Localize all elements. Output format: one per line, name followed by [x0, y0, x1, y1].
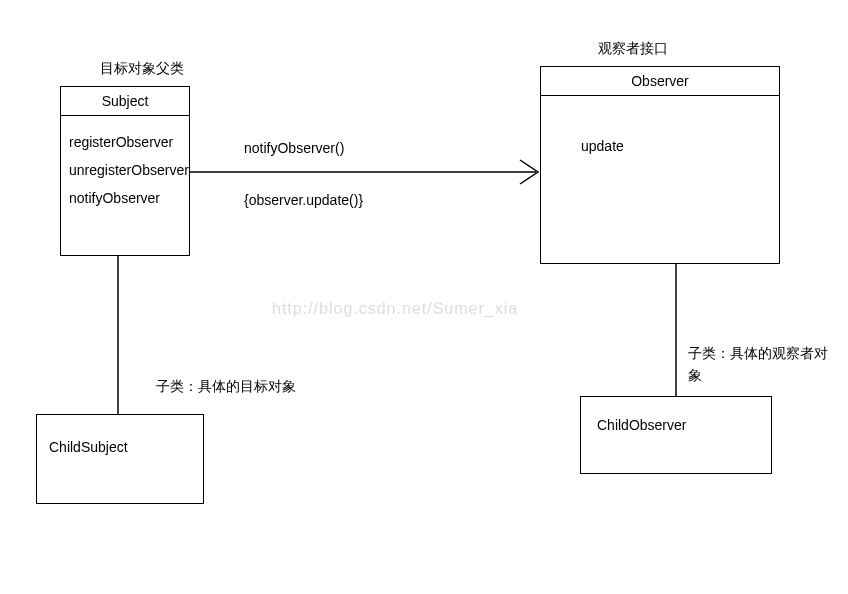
watermark-text: http://blog.csdn.net/Sumer_xia: [272, 300, 518, 318]
child-observer-box: ChildObserver: [580, 396, 772, 474]
observer-class-box: Observer update: [540, 66, 780, 264]
subject-parent-label: 目标对象父类: [100, 60, 184, 78]
observer-body: update: [541, 96, 779, 172]
observer-method-update: update: [581, 132, 771, 160]
subject-method-register: registerObserver: [69, 128, 181, 156]
subject-title: Subject: [61, 87, 189, 116]
arrow-label-notify: notifyObserver(): [244, 140, 344, 156]
subject-method-notify: notifyObserver: [69, 184, 181, 212]
subject-body: registerObserver unregisterObserver noti…: [61, 116, 189, 224]
child-subject-box: ChildSubject: [36, 414, 204, 504]
subject-class-box: Subject registerObserver unregisterObser…: [60, 86, 190, 256]
child-observer-note: 子类：具体的观察者对象: [688, 342, 838, 387]
observer-title: Observer: [541, 67, 779, 96]
child-subject-title: ChildSubject: [37, 415, 203, 479]
arrow-label-update-call: {observer.update()}: [244, 192, 363, 208]
observer-interface-label: 观察者接口: [598, 40, 668, 58]
child-observer-title: ChildObserver: [581, 397, 771, 453]
child-subject-note: 子类：具体的目标对象: [156, 378, 296, 396]
subject-method-unregister: unregisterObserver: [69, 156, 181, 184]
